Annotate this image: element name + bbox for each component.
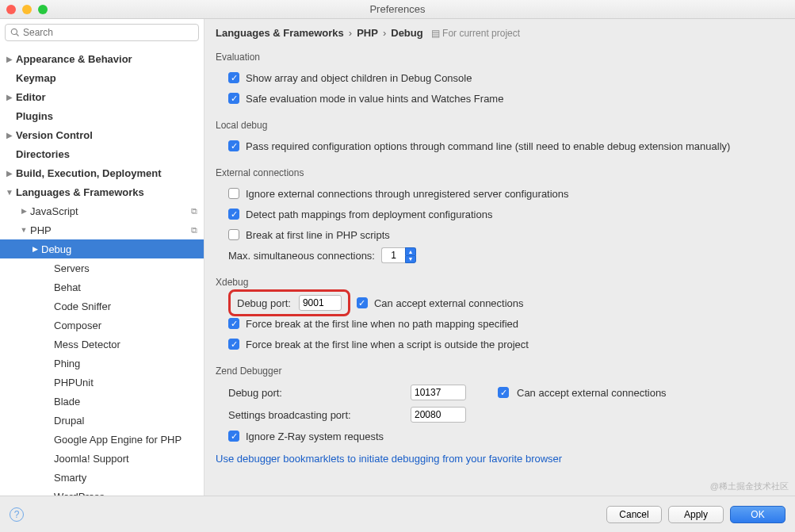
sidebar-item-joomla-support[interactable]: Joomla! Support (0, 449, 204, 468)
sidebar-item-behat[interactable]: Behat (0, 277, 204, 297)
search-icon (10, 28, 20, 37)
sidebar-item-debug[interactable]: ▶Debug (0, 239, 204, 258)
sidebar: ▶Appearance & BehaviorKeymap▶EditorPlugi… (0, 19, 204, 496)
scope-hint: ▤ For current project (431, 28, 520, 39)
max-conn-stepper[interactable]: ▲▼ (381, 247, 416, 263)
search-input[interactable] (23, 27, 193, 38)
watermark: @稀土掘金技术社区 (710, 480, 789, 492)
sidebar-item-javascript[interactable]: ▶JavaScript⧉ (0, 201, 204, 220)
sidebar-item-directories[interactable]: Directories (0, 144, 204, 163)
checkbox-ignore-unreg[interactable] (228, 188, 239, 199)
window-controls (6, 5, 48, 14)
section-zend: Zend Debugger (204, 362, 795, 378)
xdebug-port-highlight: Debug port: (228, 289, 350, 316)
xdebug-port-input[interactable] (299, 295, 342, 311)
max-conn-label: Max. simultaneous connections: (228, 250, 375, 262)
sidebar-item-languages-frameworks[interactable]: ▼Languages & Frameworks (0, 182, 204, 201)
sidebar-item-mess-detector[interactable]: Mess Detector (0, 335, 204, 354)
search-field[interactable] (5, 24, 199, 41)
zend-bcast-input[interactable] (411, 407, 466, 423)
step-down-icon[interactable]: ▼ (405, 255, 416, 264)
sidebar-item-plugins[interactable]: Plugins (0, 106, 204, 125)
section-evaluation: Evaluation (204, 48, 795, 64)
sidebar-item-appearance-behavior[interactable]: ▶Appearance & Behavior (0, 49, 204, 68)
maximize-icon[interactable] (38, 5, 48, 14)
sidebar-item-drupal[interactable]: Drupal (0, 411, 204, 430)
sidebar-item-blade[interactable]: Blade (0, 392, 204, 411)
checkbox-force-outside[interactable] (228, 339, 239, 350)
step-up-icon[interactable]: ▲ (405, 247, 416, 255)
section-external-connections: External connections (204, 164, 795, 180)
sidebar-item-version-control[interactable]: ▶Version Control (0, 125, 204, 144)
section-xdebug: Xdebug (204, 274, 795, 289)
checkbox-force-nomap[interactable] (228, 318, 239, 329)
sidebar-item-code-sniffer[interactable]: Code Sniffer (0, 297, 204, 316)
help-icon[interactable]: ? (10, 507, 24, 522)
sidebar-item-keymap[interactable]: Keymap (0, 68, 204, 87)
sidebar-item-smarty[interactable]: Smarty (0, 468, 204, 487)
breadcrumb: Languages & Frameworks› PHP› Debug ▤ For… (204, 19, 795, 42)
sidebar-item-composer[interactable]: Composer (0, 316, 204, 335)
sidebar-item-editor[interactable]: ▶Editor (0, 87, 204, 106)
sidebar-item-phing[interactable]: Phing (0, 354, 204, 373)
checkbox-zray[interactable] (228, 431, 239, 442)
close-icon[interactable] (6, 5, 16, 14)
copy-icon[interactable]: ⧉ (191, 225, 197, 235)
titlebar: Preferences (0, 0, 795, 19)
checkbox-pass-config[interactable] (228, 140, 239, 151)
main-panel: Languages & Frameworks› PHP› Debug ▤ For… (204, 19, 795, 496)
ok-button[interactable]: OK (730, 506, 785, 523)
sidebar-item-build-execution-deployment[interactable]: ▶Build, Execution, Deployment (0, 163, 204, 182)
checkbox-detect-mappings[interactable] (228, 209, 239, 220)
checkbox-zend-accept[interactable] (498, 387, 509, 398)
sidebar-item-google-app-engine-for-php[interactable]: Google App Engine for PHP (0, 430, 204, 449)
zend-port-label: Debug port: (228, 387, 403, 399)
checkbox-break-first-line[interactable] (228, 229, 239, 240)
section-local-debug: Local debug (204, 117, 795, 132)
sidebar-item-php[interactable]: ▼PHP⧉ (0, 220, 204, 239)
minimize-icon[interactable] (22, 5, 32, 14)
apply-button[interactable]: Apply (668, 506, 724, 523)
zend-port-input[interactable] (411, 385, 466, 400)
copy-icon[interactable]: ⧉ (191, 206, 197, 216)
cancel-button[interactable]: Cancel (606, 506, 662, 523)
checkbox-safe-eval[interactable] (228, 93, 239, 104)
zend-bcast-label: Settings broadcasting port: (228, 409, 403, 421)
checkbox-show-children[interactable] (228, 72, 239, 83)
footer: ? Cancel Apply OK (0, 496, 795, 532)
window-title: Preferences (369, 3, 425, 15)
sidebar-item-phpunit[interactable]: PHPUnit (0, 373, 204, 392)
bookmarklets-link[interactable]: Use debugger bookmarklets to initiate de… (216, 453, 562, 465)
checkbox-xdebug-accept[interactable] (357, 297, 368, 308)
sidebar-tree: ▶Appearance & BehaviorKeymap▶EditorPlugi… (0, 46, 204, 506)
sidebar-item-servers[interactable]: Servers (0, 258, 204, 277)
xdebug-port-label: Debug port: (237, 297, 291, 309)
